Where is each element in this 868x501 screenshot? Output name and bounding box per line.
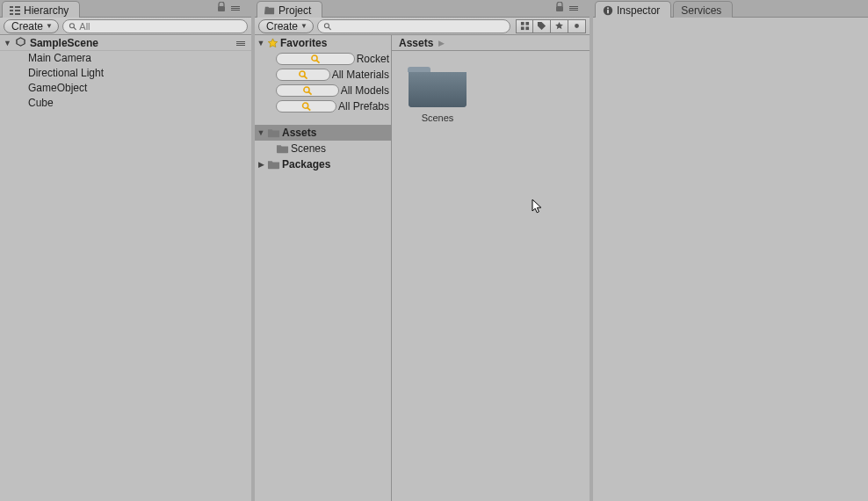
scene-options <box>234 40 248 47</box>
svg-point-18 <box>575 24 579 28</box>
search-icon <box>323 22 331 31</box>
create-button[interactable]: Create ▼ <box>258 19 314 33</box>
fold-toggle-icon[interactable]: ▼ <box>257 128 265 137</box>
tab-hierarchy[interactable]: Hierarchy <box>2 1 80 18</box>
project-content: Assets ▶ Scenes <box>392 35 590 501</box>
svg-rect-14 <box>520 22 524 25</box>
svg-line-8 <box>74 27 76 30</box>
favorite-item[interactable]: All Prefabs <box>255 98 391 114</box>
breadcrumb: Assets ▶ <box>392 35 590 51</box>
hierarchy-item-label: Cube <box>28 97 54 109</box>
svg-rect-32 <box>607 9 609 13</box>
create-button-label: Create <box>11 20 43 33</box>
hierarchy-toolbar: Create ▼ <box>0 18 251 35</box>
inspector-body <box>593 18 868 501</box>
hierarchy-item[interactable]: Cube <box>0 96 251 111</box>
favorite-item[interactable]: Rocket <box>255 51 391 67</box>
project-pane: Project Create ▼ ▼ Fav <box>255 0 590 501</box>
tree-folder-item[interactable]: Scenes <box>255 141 391 156</box>
hierarchy-search-input[interactable] <box>79 21 242 32</box>
svg-rect-3 <box>15 6 20 8</box>
breadcrumb-item[interactable]: Assets <box>399 37 433 49</box>
fold-toggle-icon[interactable]: ▼ <box>4 39 11 47</box>
hierarchy-tab-options <box>217 2 242 15</box>
project-tab-options <box>555 2 581 15</box>
svg-line-26 <box>307 108 310 111</box>
create-button-label: Create <box>266 20 298 33</box>
hierarchy-item[interactable]: GameObject <box>0 81 251 96</box>
svg-rect-0 <box>10 6 13 8</box>
tab-hierarchy-label: Hierarchy <box>24 4 69 17</box>
svg-point-19 <box>312 55 317 61</box>
filter-by-type-button[interactable] <box>516 19 533 33</box>
lock-icon[interactable] <box>217 2 226 15</box>
svg-rect-5 <box>15 13 20 15</box>
lock-icon[interactable] <box>555 2 564 15</box>
pane-menu-icon[interactable] <box>228 4 242 12</box>
search-icon <box>69 22 76 31</box>
favorites-label: Favorites <box>280 37 327 49</box>
tab-services[interactable]: Services <box>673 1 733 18</box>
folder-icon <box>267 159 280 170</box>
packages-label: Packages <box>282 158 330 171</box>
filter-by-label-button[interactable] <box>533 19 551 33</box>
hierarchy-item[interactable]: Directional Light <box>0 66 251 81</box>
packages-header[interactable]: ▶ Packages <box>255 156 391 172</box>
favorite-item-label: All Materials <box>332 69 389 81</box>
favorite-item[interactable]: All Materials <box>255 67 391 83</box>
svg-point-25 <box>303 103 308 108</box>
info-icon <box>603 5 613 16</box>
project-search[interactable] <box>317 19 510 33</box>
svg-point-21 <box>300 71 305 76</box>
unity-logo-icon <box>15 36 26 50</box>
folder-icon <box>267 127 280 138</box>
tree-folder-label: Scenes <box>291 142 326 155</box>
hierarchy-item-label: Main Camera <box>28 52 91 64</box>
fold-toggle-icon[interactable]: ▼ <box>257 39 265 47</box>
svg-line-13 <box>329 27 331 30</box>
grid-item-folder[interactable]: Scenes <box>401 60 474 123</box>
saved-search-icon <box>276 53 355 65</box>
favorite-item-label: All Models <box>341 84 389 97</box>
svg-rect-17 <box>525 26 529 30</box>
create-button[interactable]: Create ▼ <box>4 19 59 33</box>
scene-header[interactable]: ▼ SampleScene <box>0 35 251 51</box>
hierarchy-icon <box>10 5 20 16</box>
star-icon <box>267 38 278 49</box>
tab-inspector[interactable]: Inspector <box>595 1 671 18</box>
tab-project[interactable]: Project <box>257 1 322 18</box>
inspector-pane: Inspector Services <box>593 0 868 501</box>
hierarchy-body: ▼ SampleScene Main Camera Directional Li… <box>0 35 251 501</box>
folder-icon <box>264 5 275 16</box>
svg-rect-1 <box>10 10 13 11</box>
project-search-input[interactable] <box>334 21 504 32</box>
tab-inspector-label: Inspector <box>617 4 660 17</box>
svg-rect-15 <box>525 22 529 25</box>
spacer <box>255 114 391 125</box>
svg-line-22 <box>304 76 307 79</box>
svg-line-24 <box>308 92 311 95</box>
project-grid[interactable]: Scenes <box>392 51 590 501</box>
svg-rect-11 <box>556 6 563 11</box>
favorites-header[interactable]: ▼ Favorites <box>255 35 391 51</box>
assets-header[interactable]: ▼ Assets <box>255 125 391 141</box>
fold-toggle-icon[interactable]: ▶ <box>257 160 265 169</box>
hierarchy-tabbar: Hierarchy <box>0 0 251 18</box>
scene-menu-icon[interactable] <box>234 40 248 47</box>
favorite-item-label: All Prefabs <box>338 100 389 113</box>
pane-menu-icon[interactable] <box>567 4 581 12</box>
hidden-packages-button[interactable] <box>568 19 586 33</box>
saved-search-icon <box>276 69 330 81</box>
hierarchy-search[interactable] <box>62 19 248 33</box>
assets-label: Assets <box>282 127 316 139</box>
hierarchy-pane: Hierarchy Create ▼ ▼ SampleScene <box>0 0 251 501</box>
project-tabbar: Project <box>255 0 590 18</box>
favorite-item-label: Rocket <box>357 53 389 65</box>
hierarchy-item[interactable]: Main Camera <box>0 51 251 66</box>
tab-services-label: Services <box>681 4 721 17</box>
scene-name: SampleScene <box>30 37 98 49</box>
dropdown-arrow-icon: ▼ <box>300 22 307 30</box>
favorite-item[interactable]: All Models <box>255 83 391 98</box>
favorite-filter-button[interactable] <box>551 19 568 33</box>
project-toolbar: Create ▼ <box>255 18 590 35</box>
